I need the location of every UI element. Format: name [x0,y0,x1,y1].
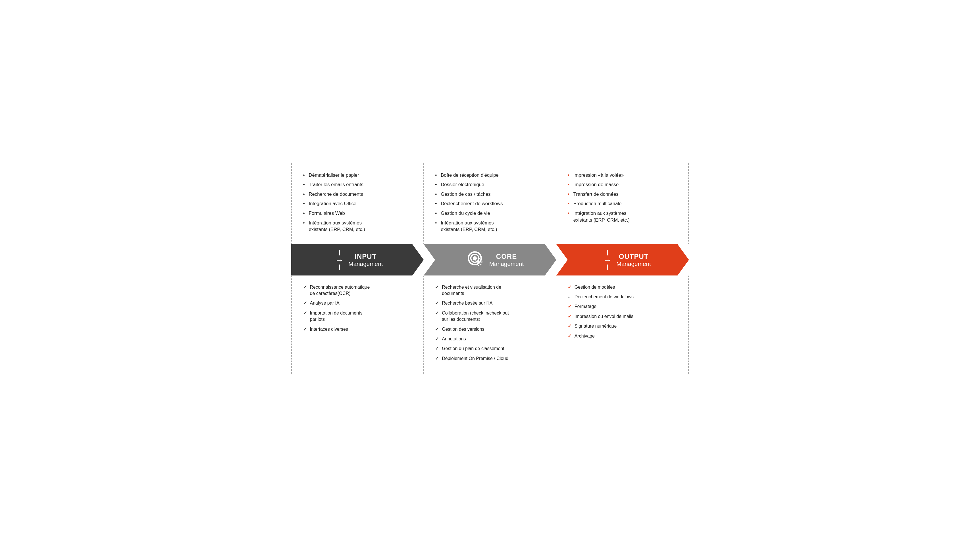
output-icon: → [603,250,612,270]
bottom-section: Reconnaissance automatiquede caractères(… [291,276,689,374]
bar-top-icon [607,250,608,256]
list-item: Reconnaissance automatiquede caractères(… [303,284,412,297]
list-item: Formulaires Web [303,210,412,217]
output-bottom-list: Gestion de modèles Déclenchement de work… [568,284,677,339]
list-item: Dématérialiser le papier [303,172,412,179]
list-item: Interfaces diverses [303,326,412,332]
input-bottom-col: Reconnaissance automatiquede caractères(… [291,276,424,374]
input-title-sub: Management [348,261,383,267]
output-top-list: Impression «à la volée» Impression de ma… [568,172,677,223]
output-bottom-col: Gestion de modèles Déclenchement de work… [556,276,689,374]
list-item: Intégration avec Office [303,200,412,207]
list-item: Impression «à la volée» [568,172,677,179]
list-item: Signature numérique [568,323,677,329]
list-item: Archivage [568,333,677,339]
core-arrow-banner: CORE Management [424,244,556,276]
list-item: Gestion du plan de classement [435,345,544,352]
core-title-main: CORE [496,253,517,260]
list-item: Analyse par IA [303,300,412,306]
input-icon: → [335,250,344,270]
list-item: Traiter les emails entrants [303,181,412,188]
list-item: Production multicanale [568,200,677,207]
core-top-list: Boîte de réception d'équipe Dossier élec… [435,172,544,233]
bar-top-icon [339,250,340,256]
banner-section: → INPUT Management [291,244,689,276]
core-bottom-col: Recherche et visualisation dedocuments R… [424,276,556,374]
gear-icon [465,248,485,271]
output-banner-text: OUTPUT Management [616,253,651,267]
list-item: Gestion de modèles [568,284,677,291]
top-section: Dématérialiser le papier Traiter les ema… [291,164,689,244]
list-item: Dossier électronique [435,181,544,188]
output-arrow-banner: → OUTPUT Management [556,244,689,276]
main-container: Dématérialiser le papier Traiter les ema… [291,164,689,373]
list-item: Intégration aux systèmesexistants (ERP, … [568,210,677,223]
svg-point-3 [477,261,479,263]
list-item: Intégration aux systèmesexistants (ERP, … [435,220,544,233]
core-bottom-list: Recherche et visualisation dedocuments R… [435,284,544,362]
list-item: Déclenchement de workflows [568,294,677,300]
list-item: Collaboration (check in/check outsur les… [435,310,544,323]
list-item: Gestion de cas / tâches [435,191,544,198]
output-top-col: Impression «à la volée» Impression de ma… [556,164,689,244]
bar-bottom-icon [339,265,340,270]
list-item: Gestion des versions [435,326,544,332]
core-top-col: Boîte de réception d'équipe Dossier élec… [424,164,556,244]
core-banner-text: CORE Management [489,253,524,267]
input-top-list: Dématérialiser le papier Traiter les ema… [303,172,412,233]
list-item: Impression ou envoi de mails [568,313,677,319]
list-item: Recherche de documents [303,191,412,198]
arrow-right-icon: → [603,256,612,265]
list-item: Gestion du cycle de vie [435,210,544,217]
list-item: Annotations [435,336,544,342]
core-title-sub: Management [489,261,524,267]
list-item: Intégration aux systèmesexistants (ERP, … [303,220,412,233]
list-item: Déclenchement de workflows [435,200,544,207]
output-title-sub: Management [616,261,651,267]
input-title-main: INPUT [355,253,377,260]
list-item: Recherche et visualisation dedocuments [435,284,544,297]
svg-point-1 [473,256,477,260]
input-arrow-banner: → INPUT Management [291,244,424,276]
input-banner-text: INPUT Management [348,253,383,267]
list-item: Recherche basée sur l'IA [435,300,544,306]
list-item: Boîte de réception d'équipe [435,172,544,179]
input-bottom-list: Reconnaissance automatiquede caractères(… [303,284,412,332]
output-title-main: OUTPUT [619,253,649,260]
list-item: Transfert de données [568,191,677,198]
list-item: Importation de documentspar lots [303,310,412,323]
list-item: Formatage [568,303,677,310]
arrow-right-icon: → [335,256,344,265]
input-top-col: Dématérialiser le papier Traiter les ema… [291,164,424,244]
list-item: Impression de masse [568,181,677,188]
list-item: Déploiement On Premise / Cloud [435,356,544,362]
bar-bottom-icon [607,265,608,270]
